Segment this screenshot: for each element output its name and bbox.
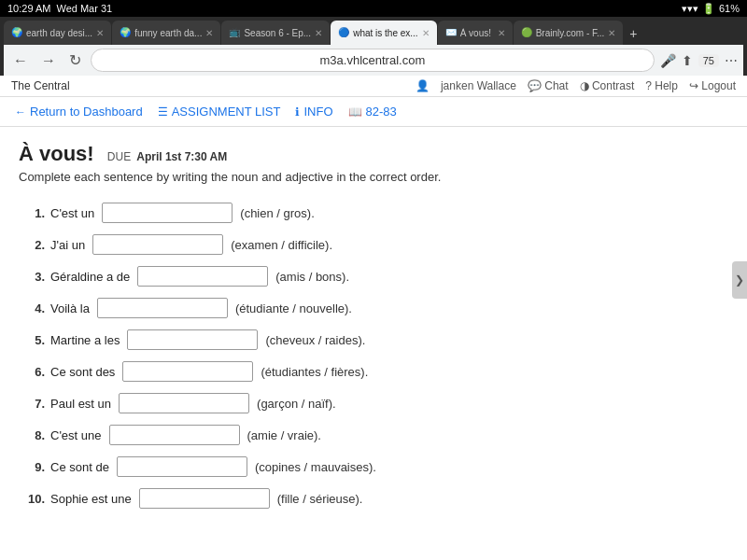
forward-button[interactable]: → [37,50,60,71]
pages-link[interactable]: 📖 82-83 [348,105,397,119]
user-label: janken Wallace [441,79,516,92]
exercise-number: 4. [19,301,45,315]
address-row: ← → ↻ m3a.vhlcentral.com 🎤 ⬆ 75 ⋯ [4,45,743,76]
exercise-number: 1. [19,206,45,220]
answer-input-4[interactable] [97,298,228,318]
logout-link[interactable]: ↪ Logout [689,79,736,92]
address-bar[interactable]: m3a.vhlcentral.com [91,49,655,72]
main-content: À vous! DUE April 1st 7:30 AM Complete e… [0,127,747,549]
tab-label: Season 6 - Ep... [244,28,311,38]
share-icon[interactable]: ⬆ [682,53,693,68]
exercise-number: 8. [19,428,45,442]
answer-input-7[interactable] [119,393,249,413]
answer-input-5[interactable] [127,329,258,350]
info-label: INFO [303,105,332,119]
tab-label: À vous! [460,28,494,38]
list-icon: ☰ [158,105,168,119]
battery-icon: 🔋 [702,3,715,15]
refresh-button[interactable]: ↻ [65,49,85,71]
status-day: Wed Mar 31 [56,3,112,14]
help-link[interactable]: ? Help [645,79,678,92]
exercise-number: 9. [19,460,45,474]
exercise-prefix: Paul est un [50,397,111,411]
more-icon[interactable]: ⋯ [725,53,738,68]
instructions: Complete each sentence by writing the no… [19,170,728,184]
title-text: À vous! [19,142,94,165]
status-time: 10:29 AM [7,3,50,14]
answer-input-10[interactable] [139,488,270,509]
extensions-badge[interactable]: 75 [698,54,719,67]
answer-input-1[interactable] [102,203,233,223]
battery-percent: 61% [719,3,740,14]
pages-label: 82-83 [366,105,397,119]
exercise-item: 1. C'est un (chien / gros). [19,203,728,223]
answer-input-2[interactable] [92,234,223,255]
tab-close-icon[interactable]: ✕ [608,28,615,38]
exercise-number: 3. [19,270,45,284]
exercise-prefix: J'ai un [50,238,85,252]
mic-icon[interactable]: 🎤 [660,53,676,68]
browser-tab-tab4[interactable]: 🔵what is the ex...✕ [331,21,436,45]
exercise-list: 1. C'est un (chien / gros). 2. J'ai un (… [19,203,728,509]
tab-label: Brainly.com - F... [536,28,605,38]
contrast-link[interactable]: ◑ Contrast [580,79,635,92]
info-icon: ℹ [295,105,300,119]
answer-input-8[interactable] [109,425,240,445]
tab-label: earth day desi... [26,28,92,38]
book-icon: 📖 [348,105,362,119]
exercise-prefix: Voilà la [50,301,90,315]
exercise-hint: (cheveux / raides). [265,333,365,347]
exercise-number: 5. [19,333,45,347]
info-link[interactable]: ℹ INFO [295,105,332,119]
exercise-prefix: C'est un [50,206,94,220]
tab-favicon: 🔵 [338,27,349,38]
back-button[interactable]: ← [9,50,32,71]
site-header: The Central 👤 janken Wallace 💬 Chat ◑ Co… [0,76,747,97]
exercise-hint: (chien / gros). [240,206,314,220]
browser-tab-tab6[interactable]: 🟢Brainly.com - F...✕ [514,21,624,45]
exercise-hint: (copines / mauvaises). [255,460,376,474]
browser-tab-tab2[interactable]: 🌍funny earth da...✕ [112,21,220,45]
tab-close-icon[interactable]: ✕ [205,28,213,38]
tabs-row: 🌍earth day desi...✕🌍funny earth da...✕📺S… [4,21,743,45]
chat-link[interactable]: 💬 Chat [528,79,569,92]
assignment-list-link[interactable]: ☰ ASSIGNMENT LIST [158,105,281,119]
exercise-prefix: C'est une [50,428,102,442]
tab-favicon: ✉️ [445,27,457,38]
return-to-dashboard-link[interactable]: ← Return to Dashboard [15,105,143,119]
tab-favicon: 🟢 [521,27,532,38]
add-tab-button[interactable]: + [624,22,642,45]
tab-close-icon[interactable]: ✕ [315,28,322,38]
exercise-item: 5. Martine a les (cheveux / raides). [19,329,728,350]
exercise-number: 2. [19,238,45,252]
tab-close-icon[interactable]: ✕ [422,28,430,38]
right-tab[interactable]: ❯ [732,261,747,299]
exercise-item: 9. Ce sont de (copines / mauvaises). [19,456,728,477]
address-icons: 🎤 ⬆ 75 ⋯ [660,53,738,68]
tab-favicon: 🌍 [120,27,131,38]
exercise-prefix: Ce sont de [50,460,109,474]
tab-close-icon[interactable]: ✕ [498,28,505,38]
exercise-hint: (amis / bons). [275,270,349,284]
arrow-left-icon: ← [15,105,26,119]
site-header-right: 👤 janken Wallace 💬 Chat ◑ Contrast ? Hel… [416,79,736,92]
url-text: m3a.vhlcentral.com [320,53,426,67]
exercise-hint: (garçon / naïf). [257,397,336,411]
answer-input-3[interactable] [137,266,268,287]
exercise-number: 7. [19,397,45,411]
browser-tab-tab5[interactable]: ✉️À vous!✕ [438,21,513,45]
exercise-prefix: Géraldine a de [50,270,130,284]
answer-input-9[interactable] [117,456,247,477]
exercise-prefix: Sophie est une [50,492,132,506]
exercise-hint: (fille / sérieuse). [277,492,363,506]
browser-tab-tab1[interactable]: 🌍earth day desi...✕ [4,21,111,45]
exercise-hint: (étudiante / nouvelle). [235,301,352,315]
exercise-item: 3. Géraldine a de (amis / bons). [19,266,728,287]
exercise-hint: (amie / vraie). [247,428,321,442]
assignment-title: À vous! DUE April 1st 7:30 AM [19,142,728,166]
tab-close-icon[interactable]: ✕ [96,28,104,38]
browser-tab-tab3[interactable]: 📺Season 6 - Ep...✕ [221,21,330,45]
answer-input-6[interactable] [122,361,253,382]
due-date: April 1st 7:30 AM [136,150,227,163]
user-avatar: 👤 [416,79,430,92]
